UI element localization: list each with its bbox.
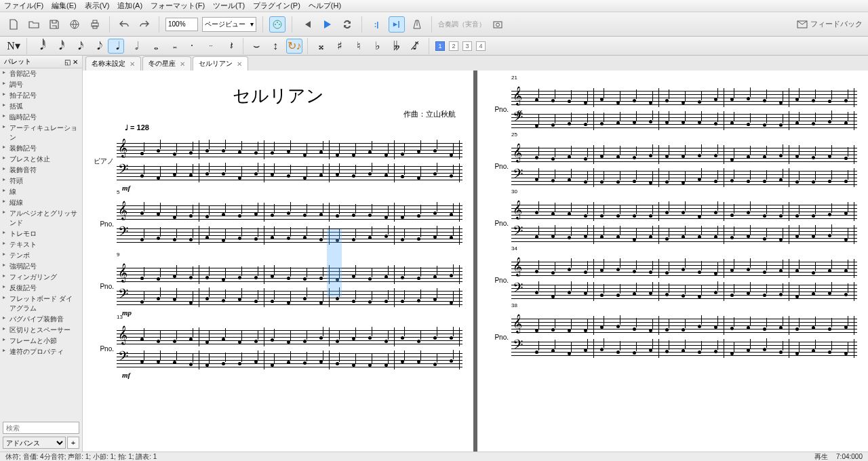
tab-close-icon[interactable]: ✕ — [130, 60, 135, 68]
dynamic-mark[interactable]: mp — [122, 308, 132, 317]
palette-item[interactable]: バグパイプ装飾音 — [0, 314, 82, 325]
grace-note-button[interactable]: ♪̸ — [408, 39, 424, 54]
palette-item[interactable]: 反復記号 — [0, 283, 82, 294]
duration-dot[interactable]: ∙ — [184, 39, 200, 54]
voice-4[interactable]: 4 — [476, 41, 486, 51]
dynamic-mark[interactable]: mf — [122, 371, 130, 379]
tempo-mark[interactable]: ♩ = 128 — [125, 123, 462, 132]
repeat-toggle-button[interactable]: :| — [368, 16, 384, 33]
repitch-button[interactable]: ↻♪ — [286, 39, 302, 54]
menu-add[interactable]: 追加(A) — [117, 1, 142, 11]
score-tab[interactable]: セルリアン✕ — [193, 56, 248, 71]
open-button[interactable] — [26, 16, 42, 33]
staff[interactable]: 𝄞 — [117, 265, 462, 284]
duration-64th[interactable]: 𝅘𝅥𝅱 — [32, 39, 48, 54]
duration-32nd[interactable]: 𝅘𝅥𝅰 — [51, 39, 67, 54]
staff[interactable]: 𝄞 — [511, 145, 857, 164]
duration-whole[interactable]: 𝅝 — [146, 39, 162, 54]
score-tab[interactable]: 名称未設定✕ — [85, 56, 141, 71]
menu-view[interactable]: 表示(V) — [85, 1, 110, 11]
palette-item[interactable]: アルペジオとグリッサンド — [0, 208, 82, 228]
palette-undock-icon[interactable]: ◱ ✕ — [64, 58, 78, 66]
undo-button[interactable] — [116, 16, 132, 33]
palette-item[interactable]: 強弱記号 — [0, 261, 82, 272]
flat-button[interactable]: ♭ — [370, 39, 386, 54]
duration-16th[interactable]: 𝅘𝅥𝅯 — [70, 39, 86, 54]
palette-item[interactable]: 縦線 — [0, 197, 82, 208]
palette-item[interactable]: 連符のプロパティ — [0, 346, 82, 357]
viewmode-select[interactable]: ページビュー▾ — [202, 17, 256, 32]
play-button[interactable] — [319, 16, 335, 33]
palette-item[interactable]: 音部記号 — [0, 68, 82, 79]
duration-8th[interactable]: 𝅘𝅥𝅮 — [89, 39, 105, 54]
score-composer[interactable]: 作曲：立山秋航 — [94, 109, 456, 119]
palette-item[interactable]: 区切りとスペーサー — [0, 325, 82, 336]
staff[interactable]: 𝄞 — [511, 316, 857, 335]
dynamic-mark[interactable]: mf — [122, 184, 130, 192]
staff[interactable]: 𝄢 — [117, 226, 462, 245]
loop-button[interactable] — [339, 16, 355, 33]
metronome-button[interactable] — [409, 16, 425, 33]
duration-quarter[interactable]: 𝅘𝅥 — [108, 39, 124, 54]
staff[interactable]: 𝄢mf — [117, 163, 462, 182]
palette-item[interactable]: 臨時記号 — [0, 112, 82, 123]
palette-item[interactable]: フレットボード ダイアグラム — [0, 294, 82, 314]
palette-item[interactable]: 線 — [0, 186, 82, 197]
rewind-button[interactable] — [298, 16, 315, 33]
print-button[interactable] — [87, 16, 103, 33]
menu-file[interactable]: ファイル(F) — [4, 1, 43, 11]
palette-item[interactable]: フレームと小節 — [0, 336, 82, 346]
staff[interactable]: 𝄢 — [511, 339, 857, 358]
zoom-input[interactable] — [165, 18, 198, 31]
staff[interactable]: 𝄞 — [511, 202, 857, 221]
feedback-button[interactable]: フィードバック — [797, 19, 863, 30]
palette-item[interactable]: 括弧 — [0, 101, 82, 112]
duration-breve[interactable]: 𝅜 — [165, 39, 181, 54]
sharp-button[interactable]: ♯ — [332, 39, 348, 54]
score-title[interactable]: セルリアン — [94, 84, 462, 108]
palette-item[interactable]: テンポ — [0, 250, 82, 261]
staff[interactable]: 𝄞 — [117, 140, 462, 159]
note-input-button[interactable]: N▾ — [5, 39, 22, 54]
staff[interactable]: 𝄞 — [117, 327, 462, 346]
staff[interactable]: 𝄞ff — [511, 88, 857, 107]
online-button[interactable] — [66, 16, 83, 33]
double-flat-button[interactable]: 𝄫 — [389, 39, 405, 54]
voice-1[interactable]: 1 — [435, 41, 445, 51]
tie-button[interactable]: ⌣ — [248, 39, 264, 54]
palette-item[interactable]: トレモロ — [0, 228, 82, 239]
voice-3[interactable]: 3 — [462, 41, 472, 51]
menu-edit[interactable]: 編集(E) — [52, 1, 77, 11]
menu-plugins[interactable]: プラグイン(P) — [253, 1, 300, 11]
palette-item[interactable]: フィンガリング — [0, 272, 82, 283]
duration-double-dot[interactable]: ∙∙ — [203, 39, 219, 54]
pan-toggle-button[interactable]: ▸| — [389, 16, 405, 33]
flip-button[interactable]: ↕ — [267, 39, 283, 54]
rest-button[interactable]: 𝄽 — [222, 39, 238, 54]
menu-tools[interactable]: ツール(T) — [213, 1, 245, 11]
menu-format[interactable]: フォーマット(F) — [151, 1, 205, 11]
double-sharp-button[interactable]: 𝄪 — [313, 39, 329, 54]
palette-item[interactable]: 装飾音符 — [0, 165, 82, 176]
concert-pitch-button[interactable]: 合奏調（実音） — [438, 20, 486, 29]
score-view[interactable]: セルリアン 作曲：立山秋航 ♩ = 128 ピアノ𝄞𝄢mfPno.5𝄞𝄢Pno.… — [83, 71, 868, 452]
palette-item[interactable]: アーティキュレーション — [0, 123, 82, 143]
score-tab[interactable]: 冬の星座✕ — [142, 56, 191, 71]
duration-half[interactable]: 𝅗𝅥 — [127, 39, 143, 54]
palette-item[interactable]: 拍子記号 — [0, 90, 82, 101]
redo-button[interactable] — [136, 16, 153, 33]
staff[interactable]: 𝄞 — [511, 259, 857, 278]
new-button[interactable] — [5, 16, 22, 33]
palette-workspace-select[interactable]: アドバンス — [3, 437, 66, 449]
menu-help[interactable]: ヘルプ(H) — [309, 1, 341, 11]
staff[interactable]: 𝄢 — [511, 282, 857, 301]
staff[interactable]: 𝄢mp — [117, 288, 462, 307]
staff[interactable]: 𝄞 — [117, 203, 462, 222]
staff[interactable]: 𝄢 — [511, 225, 857, 244]
tab-close-icon[interactable]: ✕ — [180, 60, 185, 68]
staff[interactable]: 𝄢 — [511, 111, 857, 130]
tab-close-icon[interactable]: ✕ — [237, 60, 242, 68]
natural-button[interactable]: ♮ — [351, 39, 367, 54]
palette-add-button[interactable]: + — [67, 437, 79, 449]
palette-item[interactable]: 符頭 — [0, 176, 82, 186]
